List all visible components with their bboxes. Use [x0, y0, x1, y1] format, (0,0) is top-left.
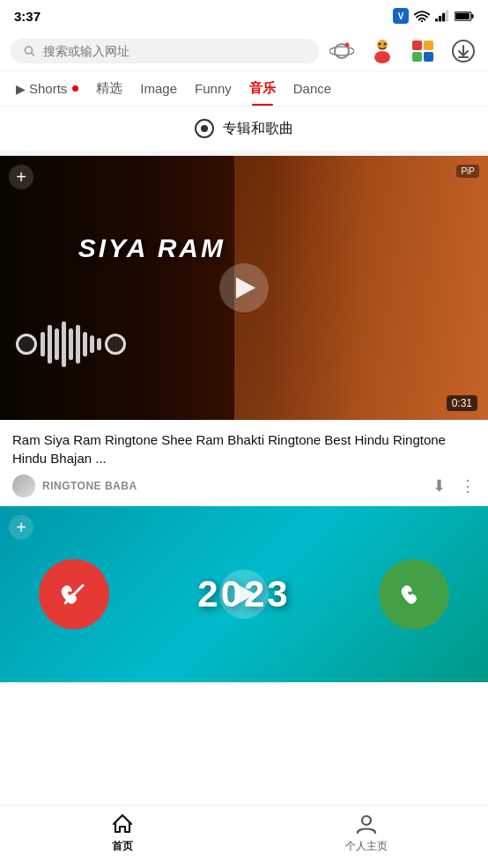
- svg-point-10: [25, 47, 32, 54]
- author-name-1: RINGTONE BABA: [42, 480, 137, 492]
- download-icon: [452, 40, 475, 63]
- top-icons: [328, 37, 477, 65]
- status-bar: 3:37 V: [0, 0, 488, 32]
- phone-decline-icon: [39, 559, 109, 629]
- search-bar: [0, 32, 488, 71]
- person-icon: [355, 813, 378, 835]
- search-icon: [23, 44, 36, 58]
- svg-point-16: [374, 51, 390, 63]
- svg-point-18: [384, 43, 387, 46]
- wifi-icon: [414, 10, 430, 22]
- tab-shorts-label: Shorts: [29, 81, 67, 96]
- nav-profile[interactable]: 个人主页: [244, 813, 488, 861]
- home-icon: [111, 813, 134, 835]
- video-thumbnail-2[interactable]: 2023 +: [0, 506, 488, 682]
- tab-shorts[interactable]: ▶ Shorts: [7, 72, 87, 105]
- planet-icon-btn[interactable]: [328, 37, 356, 65]
- tab-selected[interactable]: 精选: [87, 71, 131, 106]
- character-icon: [369, 38, 396, 64]
- play-triangle-2: [236, 584, 255, 605]
- tab-music[interactable]: 音乐: [240, 71, 285, 106]
- bottom-nav: 首页 个人主页: [0, 805, 488, 868]
- svg-rect-8: [471, 14, 473, 18]
- waveform-decoration: [16, 321, 126, 367]
- tab-dance-label: Dance: [293, 81, 331, 96]
- character-icon-btn[interactable]: [368, 37, 396, 65]
- album-row[interactable]: 专辑和歌曲: [0, 107, 488, 156]
- shorts-dot: [72, 85, 78, 92]
- status-icons: V: [393, 8, 474, 24]
- play-button-2[interactable]: [219, 570, 269, 619]
- svg-point-17: [379, 43, 381, 46]
- phone-accept-icon: [379, 559, 449, 629]
- play-triangle-1: [236, 277, 255, 298]
- video1-title: Ram Siya Ram Ringtone Shee Ram Bhakti Ri…: [12, 430, 476, 467]
- video1-actions: ⬇ ⋮: [433, 476, 476, 496]
- svg-rect-6: [446, 11, 448, 22]
- shorts-play-icon: ▶: [16, 82, 26, 96]
- album-label: 专辑和歌曲: [223, 120, 293, 138]
- nav-home-label: 首页: [112, 839, 133, 854]
- video1-text-overlay: SIYA RAM: [78, 233, 226, 263]
- play-button-1[interactable]: [219, 263, 269, 313]
- pip-button-1[interactable]: PiP: [456, 165, 479, 178]
- video-card-2: 2023 +: [0, 506, 488, 682]
- apps-icon: [410, 39, 435, 63]
- add-button-2[interactable]: +: [9, 515, 33, 540]
- download-icon-btn[interactable]: [449, 37, 477, 65]
- nav-profile-label: 个人主页: [345, 839, 388, 854]
- video1-duration: 0:31: [447, 395, 477, 411]
- tabs-bar: ▶ Shorts 精选 Image Funny 音乐 Dance: [0, 71, 488, 107]
- vanced-icon: V: [393, 8, 409, 24]
- svg-rect-5: [442, 13, 445, 22]
- svg-text:V: V: [398, 11, 404, 21]
- svg-rect-3: [435, 18, 438, 21]
- svg-point-14: [345, 43, 350, 48]
- search-input[interactable]: [43, 44, 307, 58]
- svg-point-2: [421, 20, 423, 22]
- svg-rect-19: [412, 40, 422, 50]
- download-btn-1[interactable]: ⬇: [433, 476, 446, 496]
- svg-rect-22: [424, 52, 433, 62]
- video1-info: Ram Siya Ram Ringtone Shee Ram Bhakti Ri…: [0, 420, 488, 504]
- video-thumbnail-1[interactable]: SIYA RAM + PiP 0:31: [0, 156, 488, 420]
- disc-icon: [195, 119, 214, 138]
- author-avatar-1: [12, 474, 35, 497]
- svg-point-13: [329, 47, 354, 55]
- svg-rect-21: [412, 52, 422, 62]
- tab-music-label: 音乐: [249, 80, 276, 97]
- nav-home[interactable]: 首页: [0, 813, 244, 861]
- add-button-1[interactable]: +: [9, 165, 33, 189]
- battery-icon: [455, 11, 474, 22]
- video1-meta: RINGTONE BABA ⬇ ⋮: [12, 474, 476, 497]
- video1-author: RINGTONE BABA: [12, 474, 137, 497]
- planet-icon: [329, 39, 354, 63]
- svg-rect-20: [424, 40, 433, 50]
- svg-rect-4: [439, 16, 441, 21]
- tab-funny-label: Funny: [195, 81, 232, 96]
- video-card-1: SIYA RAM + PiP 0:31 Ram Siya Ram Rington…: [0, 156, 488, 504]
- tab-dance[interactable]: Dance: [285, 72, 340, 105]
- svg-rect-9: [455, 12, 470, 18]
- svg-line-11: [32, 53, 34, 55]
- status-time: 3:37: [14, 9, 41, 24]
- tab-image-label: Image: [140, 81, 177, 96]
- apps-icon-btn[interactable]: [409, 37, 437, 65]
- more-btn-1[interactable]: ⋮: [460, 476, 476, 496]
- signal-icon: [435, 10, 449, 22]
- tab-funny[interactable]: Funny: [186, 72, 240, 105]
- tab-image[interactable]: Image: [131, 72, 186, 105]
- svg-point-27: [362, 816, 371, 825]
- tab-selected-label: 精选: [96, 80, 122, 97]
- search-input-wrap[interactable]: [11, 39, 319, 63]
